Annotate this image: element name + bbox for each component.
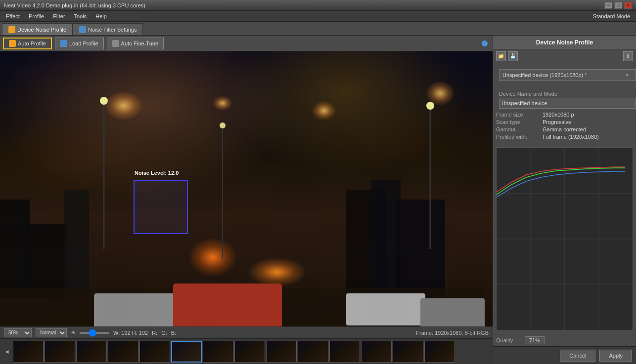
film-frame-5[interactable] — [139, 341, 170, 363]
dimensions-label: W: 192 H: 192 — [113, 330, 148, 336]
standard-mode-button[interactable]: Standard Mode — [593, 13, 634, 19]
noise-overlay — [0, 51, 493, 326]
right-panel-header: Device Noise Profile — [493, 36, 636, 49]
menu-items: Effect Profile Filter Tools Help — [2, 12, 111, 20]
noise-selection-box[interactable]: Noise Level: 12.0 — [134, 180, 188, 234]
scan-type-key: Scan type: — [496, 119, 541, 125]
profiled-value: Full frame (1920x1080) — [543, 134, 599, 140]
auto-profile-label: Auto Profile — [18, 40, 46, 46]
profiled-row: Profiled with: Full frame (1920x1080) — [496, 134, 633, 140]
film-frame-13[interactable] — [393, 341, 423, 363]
quality-value: 71% — [525, 336, 545, 344]
title-buttons: ─ □ ✕ — [604, 2, 632, 9]
b-label: B: — [171, 330, 176, 336]
tab-noise-filter-settings-label: Noise Filter Settings — [88, 27, 136, 33]
video-canvas[interactable]: Noise Level: 12.0 — [0, 51, 493, 326]
film-frame-8[interactable] — [234, 341, 265, 363]
status-indicator — [482, 40, 488, 46]
load-profile-icon — [60, 40, 67, 47]
film-frame-4[interactable] — [108, 341, 138, 363]
auto-profile-button[interactable]: Auto Profile — [3, 38, 52, 49]
device-name-input[interactable] — [499, 98, 636, 109]
mode-select[interactable]: Normal — [36, 328, 67, 337]
brightness-icon: ☀ — [71, 329, 76, 336]
gamma-row: Gamma: Gamma corrected — [496, 126, 633, 132]
scan-type-row: Scan type: Progressive — [496, 119, 633, 125]
film-frame-9[interactable] — [266, 341, 297, 363]
tab-noise-filter-settings[interactable]: Noise Filter Settings — [73, 23, 143, 35]
film-frame-7[interactable] — [203, 341, 233, 363]
noise-filter-settings-tab-icon — [79, 26, 86, 33]
menu-effect[interactable]: Effect — [2, 12, 24, 20]
close-button[interactable]: ✕ — [624, 2, 632, 9]
scan-type-value: Progressive — [543, 119, 571, 125]
tab-device-noise-profile-label: Device Noise Profile — [17, 27, 66, 33]
device-noise-profile-tab-icon — [8, 26, 15, 33]
menu-tools[interactable]: Tools — [70, 12, 91, 20]
noise-profile-svg — [497, 148, 633, 330]
gamma-value: Gamma corrected — [543, 126, 586, 132]
quality-bar: Quality 71% — [493, 334, 636, 346]
status-bar: 50% 25% 100% Normal ☀ W: 192 H: 192 R: G… — [0, 326, 493, 338]
title-text: Neat Video 4.2.0 Demo plug-in (64-bit; u… — [4, 2, 145, 8]
auto-fine-tune-icon — [112, 40, 119, 47]
noise-level-label: Noise Level: 12.0 — [135, 170, 179, 176]
film-frame-12[interactable] — [361, 341, 392, 363]
g-label: G: — [161, 330, 167, 336]
film-frame-1[interactable] — [13, 341, 44, 363]
save-profile-button[interactable]: 💾 — [508, 51, 518, 61]
film-frame-10[interactable] — [298, 341, 328, 363]
film-frame-14[interactable] — [424, 341, 455, 363]
main-container: Device Noise Profile Noise Filter Settin… — [0, 22, 636, 364]
device-info: Device Name and Mode: Frame size: 1920x1… — [493, 87, 636, 144]
video-background — [0, 51, 493, 326]
auto-fine-tune-label: Auto Fine-Tune — [121, 40, 158, 46]
filmstrip: ◄ — [0, 338, 493, 364]
right-panel: Device Noise Profile 📁 💾 ℹ Unspecified d… — [493, 36, 636, 364]
film-frame-2[interactable] — [45, 341, 75, 363]
title-bar: Neat Video 4.2.0 Demo plug-in (64-bit; u… — [0, 0, 636, 11]
right-panel-title: Device Noise Profile — [536, 39, 593, 46]
frame-size-row: Frame size: 1920x1080 p — [496, 112, 633, 118]
tab-bar: Device Noise Profile Noise Filter Settin… — [0, 22, 636, 36]
profiled-key: Profiled with: — [496, 134, 541, 140]
gamma-key: Gamma: — [496, 126, 541, 132]
frame-info: Frame: 1920x1080, 8-bit RGB — [416, 330, 489, 336]
minimize-button[interactable]: ─ — [604, 2, 612, 9]
frame-size-key: Frame size: — [496, 112, 541, 118]
cancel-button[interactable]: Cancel — [560, 350, 595, 362]
device-dropdown-wrapper: Unspecified device (1920x1080p) * — [496, 66, 633, 84]
menu-profile[interactable]: Profile — [25, 12, 48, 20]
right-panel-toolbar: 📁 💾 ℹ — [493, 49, 636, 63]
menu-help[interactable]: Help — [91, 12, 111, 20]
zoom-select[interactable]: 50% 25% 100% — [4, 328, 32, 337]
menu-bar: Effect Profile Filter Tools Help Standar… — [0, 11, 636, 22]
filmstrip-nav-left[interactable]: ◄ — [4, 348, 10, 355]
menu-filter[interactable]: Filter — [49, 12, 69, 20]
load-profile-label: Load Profile — [69, 40, 98, 46]
load-profile-button[interactable]: Load Profile — [55, 38, 104, 49]
film-frame-11[interactable] — [329, 341, 360, 363]
bottom-buttons: Cancel Apply — [493, 346, 636, 364]
brightness-slider[interactable] — [80, 332, 109, 334]
frame-size-value: 1920x1080 p — [543, 112, 574, 118]
auto-fine-tune-button[interactable]: Auto Fine-Tune — [107, 38, 164, 49]
maximize-button[interactable]: □ — [614, 2, 622, 9]
film-frame-6[interactable] — [171, 341, 202, 363]
open-profile-button[interactable]: 📁 — [496, 51, 506, 61]
content-area: Auto Profile Load Profile Auto Fine-Tune — [0, 36, 636, 364]
auto-profile-icon — [9, 40, 16, 47]
r-label: R: — [152, 330, 157, 336]
device-name-section-label: Device Name and Mode: — [496, 90, 633, 98]
device-dropdown[interactable]: Unspecified device (1920x1080p) * — [499, 69, 636, 81]
noise-profile-canvas — [496, 147, 633, 331]
info-button[interactable]: ℹ — [623, 51, 633, 61]
tab-device-noise-profile[interactable]: Device Noise Profile — [2, 23, 73, 35]
apply-button[interactable]: Apply — [599, 350, 632, 362]
video-toolbar: Auto Profile Load Profile Auto Fine-Tune — [0, 36, 493, 51]
quality-label: Quality — [496, 337, 521, 343]
left-panel: Auto Profile Load Profile Auto Fine-Tune — [0, 36, 493, 364]
film-frame-3[interactable] — [76, 341, 107, 363]
